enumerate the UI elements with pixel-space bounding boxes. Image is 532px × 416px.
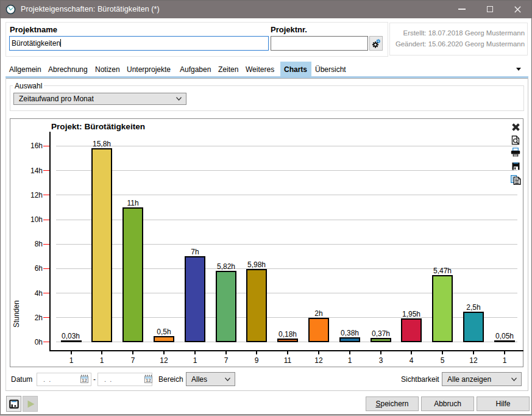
svg-text:12: 12 xyxy=(146,378,151,383)
svg-text:12: 12 xyxy=(82,378,87,383)
